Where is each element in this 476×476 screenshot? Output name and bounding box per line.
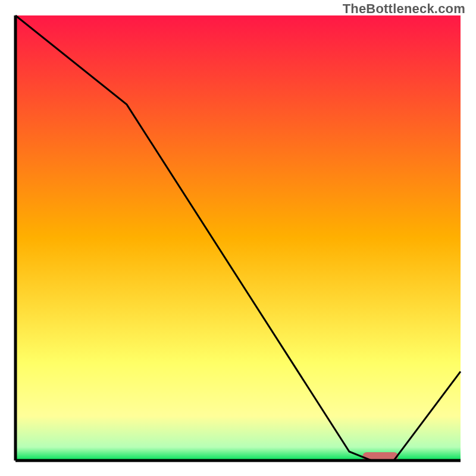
chart-container: TheBottleneck.com xyxy=(0,0,476,476)
watermark-text: TheBottleneck.com xyxy=(343,1,465,17)
gradient-background xyxy=(15,15,461,461)
plot-area xyxy=(15,15,461,461)
bottleneck-chart xyxy=(0,0,476,476)
